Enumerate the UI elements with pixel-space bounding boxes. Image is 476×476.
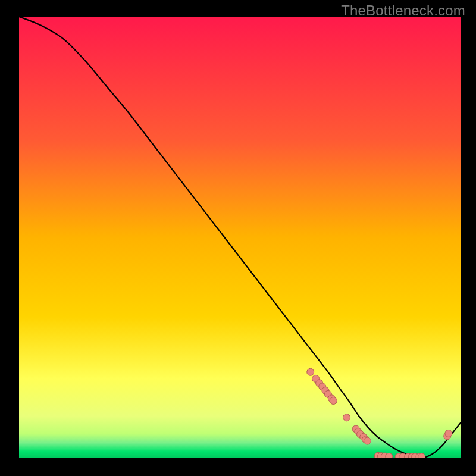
data-dot	[445, 430, 452, 437]
chart-svg	[19, 17, 461, 458]
plot-area	[19, 17, 461, 458]
data-dot	[364, 437, 371, 444]
data-dot	[386, 453, 393, 458]
data-dot	[307, 368, 314, 375]
data-dot	[343, 414, 350, 421]
data-dot	[418, 453, 425, 458]
svg-rect-0	[19, 17, 461, 458]
data-dot	[330, 397, 337, 405]
chart-frame: TheBottleneck.com	[0, 0, 476, 476]
